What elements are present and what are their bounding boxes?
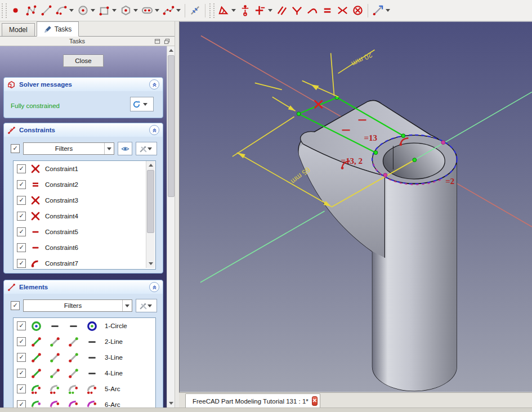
horizontal-vertical-dropdown-icon[interactable] bbox=[268, 9, 272, 12]
constraints-filter-combo[interactable]: Filters bbox=[23, 142, 114, 155]
equal-length-label[interactable]: =2 bbox=[445, 177, 454, 186]
constraints-list: ✓Constraint1✓Constraint2✓Constraint3✓Con… bbox=[13, 160, 156, 270]
close-document-icon[interactable]: ✕ bbox=[312, 396, 318, 406]
shade-panel-icon[interactable] bbox=[154, 38, 160, 44]
constraint-checkbox[interactable]: ✓ bbox=[17, 212, 26, 221]
elements-filter-combo[interactable]: Filters bbox=[23, 299, 132, 312]
elements-filter-checkbox[interactable]: ✓ bbox=[11, 301, 20, 310]
parallel-icon[interactable] bbox=[274, 3, 289, 19]
dimension-icon[interactable] bbox=[216, 3, 231, 19]
constraint-label: Constraint3 bbox=[45, 197, 78, 204]
element-row[interactable]: ✓5-Arc bbox=[14, 381, 155, 397]
constraints-filter-label: Filters bbox=[24, 145, 104, 152]
solver-messages-title: Solver messages bbox=[19, 81, 146, 88]
element-checkbox[interactable]: ✓ bbox=[17, 353, 26, 362]
elements-list: ✓1-Circle✓2-Line✓3-Line✓4-Line✓5-Arc✓6-A… bbox=[13, 317, 156, 412]
constraint-row[interactable]: ✓Constraint7 bbox=[14, 256, 155, 270]
document-tab[interactable]: FreeCAD Part Modeling Tutorial 131 : 1* … bbox=[185, 393, 320, 408]
constraint-checkbox[interactable]: ✓ bbox=[17, 243, 26, 252]
dimension-dropdown-icon[interactable] bbox=[231, 9, 236, 12]
elements-header[interactable]: Elements bbox=[4, 280, 163, 294]
solver-messages-header[interactable]: Solver messages bbox=[4, 78, 163, 91]
create-circle-icon[interactable] bbox=[75, 3, 91, 19]
equal-icon[interactable] bbox=[320, 3, 335, 19]
create-rectangle-icon[interactable] bbox=[97, 3, 112, 19]
tangent-icon[interactable] bbox=[305, 3, 320, 19]
create-slot-icon[interactable] bbox=[140, 3, 155, 19]
tasks-panel-scrollbar[interactable] bbox=[167, 46, 175, 407]
create-bspline-icon[interactable] bbox=[161, 3, 176, 19]
tasks-panel: Close Solver messages Fully constrained … bbox=[0, 46, 167, 412]
constraints-section: Constraints ✓ Filters ✓Constraint1✓Const… bbox=[3, 123, 163, 274]
element-checkbox[interactable]: ✓ bbox=[17, 369, 26, 378]
refresh-solver-button[interactable] bbox=[130, 97, 154, 111]
3d-viewport[interactable]: =13 =13, 2 =2 20 mm 65 mm bbox=[179, 21, 532, 392]
distance-vertical-icon[interactable] bbox=[238, 3, 253, 19]
polygon-dropdown-icon[interactable] bbox=[133, 9, 138, 12]
create-line-icon[interactable] bbox=[39, 3, 54, 19]
rectangle-dropdown-icon[interactable] bbox=[112, 9, 117, 12]
bspline-dropdown-icon[interactable] bbox=[176, 9, 181, 12]
elements-settings-button[interactable] bbox=[136, 299, 157, 312]
horizontal-vertical-icon[interactable] bbox=[253, 3, 268, 19]
element-line-icon bbox=[49, 352, 61, 364]
element-arc-icon bbox=[30, 383, 42, 395]
tab-tasks[interactable]: Tasks bbox=[37, 21, 79, 37]
constraint-checkbox[interactable]: ✓ bbox=[17, 196, 26, 205]
symmetric-icon[interactable] bbox=[335, 3, 350, 19]
create-point-icon[interactable] bbox=[8, 3, 24, 19]
show-hide-constraints-button[interactable] bbox=[118, 142, 132, 155]
toolbar-grip[interactable] bbox=[209, 3, 214, 18]
constraint-row[interactable]: ✓Constraint5 bbox=[14, 224, 155, 240]
element-row[interactable]: ✓3-Line bbox=[14, 350, 155, 365]
collapse-elements-icon[interactable] bbox=[149, 282, 159, 292]
tasks-panel-titlebar: Tasks bbox=[0, 37, 175, 46]
constraint-row[interactable]: ✓Constraint4 bbox=[14, 208, 155, 224]
toggle-driving-dropdown-icon[interactable] bbox=[386, 9, 390, 12]
constraint-row[interactable]: ✓Constraint3 bbox=[14, 192, 155, 208]
equal-length-label[interactable]: =13, 2 bbox=[341, 156, 363, 165]
element-line-icon bbox=[68, 336, 79, 348]
constraint-checkbox[interactable]: ✓ bbox=[17, 227, 26, 236]
perpendicular-icon[interactable] bbox=[289, 3, 305, 19]
element-checkbox[interactable]: ✓ bbox=[17, 337, 26, 346]
slot-dropdown-icon[interactable] bbox=[155, 9, 159, 12]
constraints-list-scrollbar[interactable] bbox=[146, 161, 155, 268]
constraints-icon bbox=[7, 126, 16, 135]
element-row[interactable]: ✓4-Line bbox=[14, 365, 155, 381]
refresh-dropdown-icon[interactable] bbox=[143, 103, 147, 106]
constraint-checkbox[interactable]: ✓ bbox=[17, 164, 26, 173]
element-checkbox[interactable]: ✓ bbox=[17, 321, 26, 330]
constraints-header[interactable]: Constraints bbox=[4, 123, 163, 137]
constraint-row[interactable]: ✓Constraint6 bbox=[14, 240, 155, 256]
constraint-checkbox[interactable]: ✓ bbox=[17, 259, 26, 268]
float-panel-icon[interactable] bbox=[164, 38, 170, 44]
construction-geometry-icon[interactable] bbox=[187, 3, 203, 19]
toggle-driving-constraint-icon[interactable] bbox=[370, 3, 386, 19]
arc-dropdown-icon[interactable] bbox=[69, 9, 74, 12]
collapse-solver-icon[interactable] bbox=[149, 79, 159, 89]
constraints-filter-checkbox[interactable]: ✓ bbox=[11, 144, 20, 153]
solver-status: Fully constrained bbox=[11, 102, 60, 109]
element-row[interactable]: ✓2-Line bbox=[14, 334, 155, 350]
close-button[interactable]: Close bbox=[63, 55, 104, 67]
create-arc-icon[interactable] bbox=[54, 3, 69, 19]
tab-model[interactable]: Model bbox=[2, 23, 35, 36]
constraint-checkbox[interactable]: ✓ bbox=[17, 180, 26, 189]
block-icon[interactable] bbox=[350, 3, 365, 19]
constraints-settings-button[interactable] bbox=[136, 142, 157, 155]
create-polyline-icon[interactable] bbox=[24, 3, 39, 19]
collapse-constraints-icon[interactable] bbox=[149, 125, 159, 135]
constraints-settings-dropdown-icon[interactable] bbox=[147, 147, 152, 150]
equal-length-label[interactable]: =13 bbox=[364, 133, 377, 142]
constraint-coincident-icon bbox=[30, 164, 41, 174]
element-row[interactable]: ✓1-Circle bbox=[14, 318, 155, 334]
create-polygon-icon[interactable] bbox=[118, 3, 133, 19]
window-bottom-edge bbox=[0, 407, 532, 412]
element-checkbox[interactable]: ✓ bbox=[17, 384, 26, 393]
circle-dropdown-icon[interactable] bbox=[91, 9, 95, 12]
constraint-row[interactable]: ✓Constraint1 bbox=[14, 161, 155, 177]
constraint-row[interactable]: ✓Constraint2 bbox=[14, 177, 155, 192]
elements-settings-dropdown-icon[interactable] bbox=[147, 304, 152, 307]
toolbar-grip[interactable] bbox=[2, 3, 7, 18]
